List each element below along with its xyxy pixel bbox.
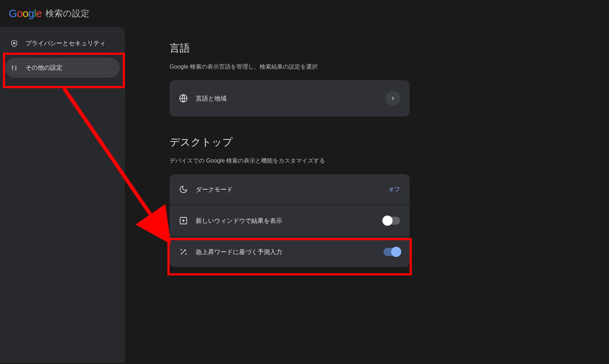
svg-rect-5 — [15, 68, 17, 69]
new-window-icon — [179, 216, 188, 225]
moon-icon — [179, 185, 188, 194]
sidebar-item-label: その他の設定 — [25, 64, 62, 72]
section-title-desktop: デスクトップ — [170, 135, 609, 149]
row-label: 急上昇ワードに基づく予測入力 — [196, 248, 375, 256]
globe-icon — [179, 94, 188, 103]
svg-rect-4 — [12, 66, 13, 68]
google-logo: Google — [9, 7, 42, 20]
section-title-language: 言語 — [170, 41, 609, 55]
main-content: 言語 Google 検索の表示言語を管理し、検索結果の設定を選択 言語と地域 — [125, 27, 609, 363]
sliders-icon — [10, 64, 18, 72]
sidebar: プライバシーとセキュリティ その他の設定 — [0, 27, 125, 363]
chevron-right-icon — [386, 91, 400, 106]
row-dark-mode[interactable]: ダークモード オフ — [170, 174, 410, 205]
row-new-window-results[interactable]: 新しいウィンドウで結果を表示 — [170, 205, 410, 236]
section-desc-language: Google 検索の表示言語を管理し、検索結果の設定を選択 — [170, 63, 609, 71]
row-value: オフ — [389, 186, 400, 193]
card-group-desktop: ダークモード オフ 新しいウィンドウで結果を表示 — [170, 174, 410, 267]
row-autocomplete-trends[interactable]: 急上昇ワードに基づく予測入力 — [170, 236, 410, 267]
header: Google 検索の設定 — [0, 0, 609, 27]
row-label: 言語と地域 — [196, 94, 378, 103]
row-label: ダークモード — [196, 185, 381, 194]
shield-icon — [10, 40, 18, 48]
toggle-new-window[interactable] — [383, 217, 400, 225]
card-group-language: 言語と地域 — [170, 80, 410, 116]
row-language-region[interactable]: 言語と地域 — [170, 80, 410, 116]
section-desc-desktop: デバイスでの Google 検索の表示と機能をカスタマイズする — [170, 157, 609, 165]
svg-point-1 — [14, 43, 15, 44]
page-title: 検索の設定 — [45, 8, 89, 19]
toggle-autocomplete-trends[interactable] — [383, 248, 400, 256]
sidebar-item-label: プライバシーとセキュリティ — [25, 39, 106, 48]
sidebar-item-privacy-security[interactable]: プライバシーとセキュリティ — [5, 33, 120, 53]
magic-wand-icon — [179, 248, 188, 256]
row-label: 新しいウィンドウで結果を表示 — [196, 217, 375, 225]
sidebar-item-other-settings[interactable]: その他の設定 — [5, 58, 120, 78]
